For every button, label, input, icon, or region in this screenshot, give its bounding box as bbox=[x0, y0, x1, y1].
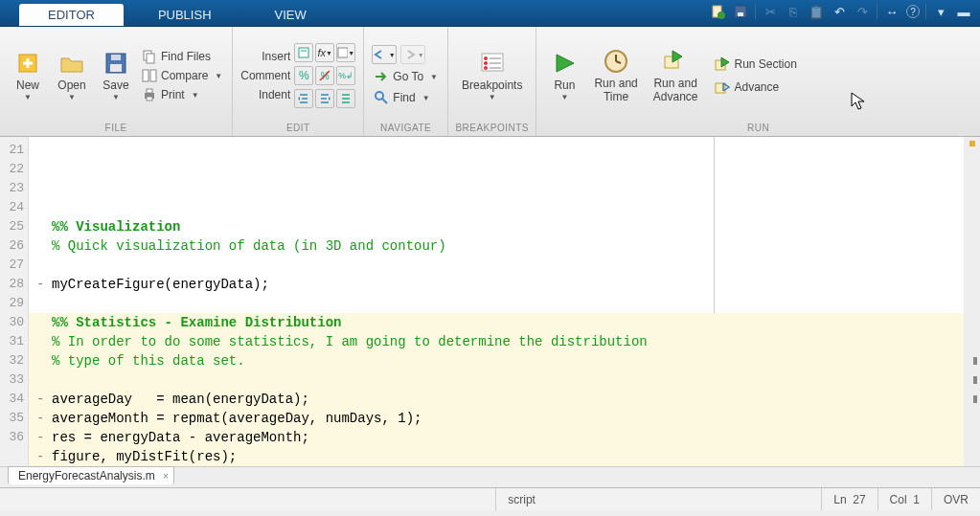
find-button[interactable]: Find▼ bbox=[372, 89, 440, 106]
code-pane[interactable]: %% Visualization% Quick visualization of… bbox=[29, 137, 980, 466]
code-marker-icon[interactable] bbox=[973, 395, 977, 403]
svg-rect-17 bbox=[299, 48, 308, 57]
code-line[interactable]: % In order to do some statistics, I am g… bbox=[29, 332, 980, 351]
code-marker-icon[interactable] bbox=[973, 357, 977, 365]
qa-save-icon[interactable] bbox=[732, 3, 749, 20]
forward-button[interactable]: ▼ bbox=[400, 45, 425, 64]
code-line[interactable] bbox=[29, 256, 980, 275]
group-label-file: FILE bbox=[0, 121, 232, 136]
run-section-icon bbox=[715, 56, 730, 72]
svg-point-25 bbox=[484, 61, 488, 65]
svg-rect-3 bbox=[738, 12, 743, 16]
goto-button[interactable]: Go To▼ bbox=[372, 68, 440, 85]
code-line[interactable]: -averageMonth = repmat(averageDay, numDa… bbox=[29, 409, 980, 428]
run-section-button[interactable]: Run Section bbox=[713, 56, 798, 73]
svg-line-22 bbox=[382, 99, 387, 103]
find-files-button[interactable]: Find Files bbox=[140, 48, 224, 65]
back-button[interactable]: ▼ bbox=[372, 45, 397, 64]
run-mini-stack: Run Section Advance bbox=[713, 56, 798, 96]
breakpoints-button[interactable]: Breakpoints▼ bbox=[456, 48, 528, 104]
svg-rect-12 bbox=[143, 70, 148, 81]
code-line[interactable]: %% Statistics - Examine Distribution bbox=[29, 313, 980, 332]
run-play-icon bbox=[552, 51, 577, 76]
executable-dash-icon: - bbox=[36, 409, 44, 428]
insert-section-button[interactable] bbox=[294, 43, 313, 62]
svg-rect-9 bbox=[111, 55, 121, 60]
qa-overflow-icon[interactable]: ▾ bbox=[932, 3, 949, 20]
insert-label: Insert bbox=[262, 50, 290, 63]
run-and-time-button[interactable]: Run and Time bbox=[588, 46, 643, 106]
wrap-comment-button[interactable]: %↲ bbox=[336, 66, 355, 85]
code-line[interactable]: % type of this data set. bbox=[29, 351, 980, 370]
code-analyzer-indicator-icon[interactable] bbox=[969, 141, 975, 146]
group-label-navigate: NAVIGATE bbox=[364, 121, 447, 136]
tab-editor[interactable]: EDITOR bbox=[19, 4, 124, 26]
smart-indent-button[interactable] bbox=[336, 89, 355, 108]
executable-dash-icon: - bbox=[36, 428, 44, 447]
run-button[interactable]: Run▼ bbox=[544, 48, 584, 104]
find-icon bbox=[374, 90, 389, 105]
qa-separator bbox=[877, 4, 877, 19]
tab-row: EDITOR PUBLISH VIEW bbox=[0, 0, 335, 26]
indent-button[interactable] bbox=[294, 89, 313, 108]
new-button[interactable]: New▼ bbox=[8, 48, 48, 104]
open-button[interactable]: Open▼ bbox=[52, 48, 92, 104]
qa-undo-icon[interactable]: ↶ bbox=[831, 3, 848, 20]
comment-button[interactable]: % bbox=[294, 66, 313, 85]
code-editor[interactable]: 21222324252627282930313233343536 %% Visu… bbox=[0, 137, 980, 466]
comment-label: Comment bbox=[240, 69, 290, 82]
compare-icon bbox=[142, 68, 157, 83]
advance-button[interactable]: Advance bbox=[713, 79, 798, 96]
navigate-stack: ▼ ▼ Go To▼ Find▼ bbox=[372, 45, 440, 106]
code-line[interactable]: -res = energyData - averageMonth; bbox=[29, 428, 980, 447]
qa-file-icon[interactable] bbox=[709, 3, 726, 20]
group-label-edit: EDIT bbox=[233, 121, 363, 136]
print-button[interactable]: Print▼ bbox=[140, 86, 224, 103]
line-gutter[interactable]: 21222324252627282930313233343536 bbox=[0, 137, 29, 466]
indent-label: Indent bbox=[259, 88, 290, 101]
run-and-advance-button[interactable]: Run and Advance bbox=[648, 46, 704, 106]
code-line[interactable] bbox=[29, 294, 980, 313]
open-folder-icon bbox=[59, 51, 84, 76]
qa-copy-icon[interactable]: ⎘ bbox=[785, 3, 802, 20]
uncomment-button[interactable]: % bbox=[315, 66, 334, 85]
code-line[interactable] bbox=[29, 198, 980, 217]
vertical-scrollbar[interactable] bbox=[964, 137, 980, 466]
code-line[interactable]: -figure, myDistFit(res); bbox=[29, 447, 980, 466]
code-line[interactable]: -myCreateFigure(energyData); bbox=[29, 275, 980, 294]
qa-help-icon[interactable]: ? bbox=[906, 5, 920, 18]
group-label-breakpoints: BREAKPOINTS bbox=[448, 121, 536, 136]
insert-row: fx▼ ▼ bbox=[294, 43, 355, 62]
insert-more-button[interactable]: ▼ bbox=[336, 43, 355, 62]
group-label-run: RUN bbox=[536, 121, 980, 136]
code-line[interactable] bbox=[29, 370, 980, 390]
tab-publish[interactable]: PUBLISH bbox=[129, 4, 240, 26]
qa-redo-icon[interactable]: ↷ bbox=[854, 3, 871, 20]
svg-rect-11 bbox=[147, 54, 154, 63]
qa-separator bbox=[925, 4, 926, 19]
code-line[interactable]: %% Visualization bbox=[29, 217, 980, 236]
compare-button[interactable]: Compare▼ bbox=[140, 67, 224, 84]
executable-dash-icon: - bbox=[36, 447, 44, 466]
nav-arrows: ▼ ▼ bbox=[372, 45, 440, 64]
outdent-button[interactable] bbox=[315, 89, 334, 108]
qa-minimize-icon[interactable]: ▬ bbox=[955, 3, 972, 20]
code-line[interactable]: % Quick visualization of data (in 3D and… bbox=[29, 236, 980, 256]
close-icon[interactable]: × bbox=[163, 470, 169, 482]
save-button[interactable]: Save▼ bbox=[96, 48, 136, 104]
svg-point-24 bbox=[484, 56, 488, 60]
file-tab[interactable]: EnergyForecastAnalysis.m × bbox=[8, 466, 174, 484]
comment-row: % % %↲ bbox=[294, 66, 355, 85]
status-filetype: script bbox=[495, 488, 821, 510]
clock-icon bbox=[604, 49, 628, 74]
qa-paste-icon[interactable]: 📋 bbox=[808, 3, 825, 20]
qa-cut-icon[interactable]: ✂ bbox=[762, 3, 779, 20]
group-edit: Insert Comment Indent fx▼ ▼ % % %↲ bbox=[233, 27, 364, 136]
insert-fx-button[interactable]: fx▼ bbox=[315, 43, 334, 62]
svg-point-1 bbox=[718, 11, 725, 19]
svg-point-21 bbox=[376, 92, 383, 100]
code-marker-icon[interactable] bbox=[973, 376, 977, 384]
tab-view[interactable]: VIEW bbox=[246, 4, 335, 26]
qa-switch-icon[interactable]: ↔ bbox=[883, 3, 900, 20]
code-line[interactable]: -averageDay = mean(energyData); bbox=[29, 390, 980, 409]
